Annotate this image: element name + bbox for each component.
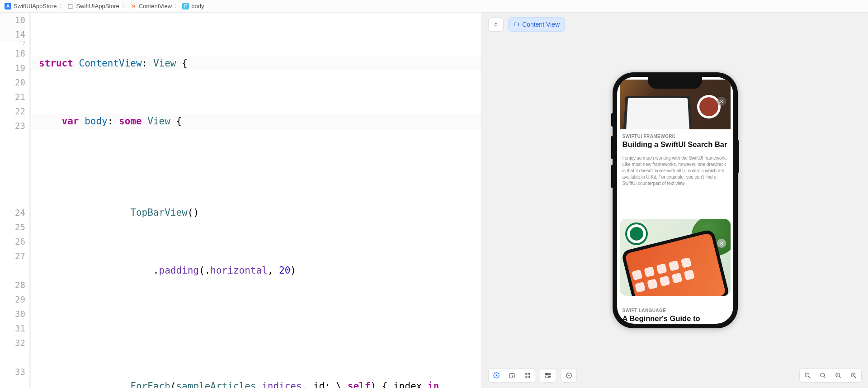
line-number: 25 bbox=[0, 220, 25, 234]
svg-point-14 bbox=[821, 373, 825, 377]
breadcrumb-label: SwiftUIAppStore bbox=[14, 3, 57, 9]
zoom-out-icon bbox=[804, 372, 811, 379]
line-number: 23 bbox=[0, 118, 25, 205]
line-number: 17 bbox=[0, 42, 25, 46]
code-line[interactable]: .padding(.horizontal, 20) bbox=[33, 263, 481, 278]
device-settings-group bbox=[540, 368, 556, 383]
article-body: I enjoy so much working with the SwiftUI… bbox=[623, 155, 728, 187]
article-category: SWIFTUI FRAMEWORK bbox=[623, 134, 728, 139]
preview-canvas: Content View ✕ SWIFTUI FRAMEWORK bbox=[481, 13, 868, 388]
line-number: 19 bbox=[0, 61, 25, 75]
device-frame: ✕ SWIFTUI FRAMEWORK Building a SwiftUI S… bbox=[613, 72, 738, 328]
breadcrumb: A SwiftUIAppStore 〉 SwiftUIAppStore 〉 Co… bbox=[0, 0, 868, 13]
close-icon[interactable]: ✕ bbox=[717, 97, 726, 106]
zoom-out-button[interactable] bbox=[800, 368, 815, 383]
article-category: SWIFT LANGUAGE bbox=[623, 308, 728, 313]
rectangle-stack-icon bbox=[513, 21, 519, 28]
code-line[interactable] bbox=[33, 321, 481, 336]
variants-preview-button[interactable] bbox=[519, 368, 535, 383]
svg-point-10 bbox=[548, 376, 550, 377]
article-image: ✕ bbox=[620, 219, 731, 296]
article-card[interactable]: ✕ SWIFT LANGUAGE A Beginner's Guide to bbox=[620, 219, 731, 296]
preview-mode-group bbox=[488, 368, 535, 383]
property-icon: P bbox=[182, 3, 189, 9]
svg-rect-5 bbox=[525, 376, 527, 378]
breadcrumb-item-folder[interactable]: SwiftUIAppStore bbox=[67, 3, 119, 9]
article-headline: A Beginner's Guide to bbox=[623, 314, 728, 323]
line-number: 14 bbox=[0, 27, 25, 42]
canvas-toolbar-bottom bbox=[482, 364, 868, 388]
line-number: 29 bbox=[0, 292, 25, 307]
folder-icon bbox=[67, 3, 74, 9]
svg-rect-0 bbox=[514, 23, 518, 26]
grid-icon bbox=[524, 372, 531, 379]
code-line[interactable]: var body: some View { bbox=[33, 114, 481, 128]
line-number: 21 bbox=[0, 90, 25, 104]
line-number: 32 bbox=[0, 336, 25, 364]
line-number: 33 bbox=[0, 364, 25, 379]
line-number: 27 bbox=[0, 249, 25, 278]
pin-button[interactable] bbox=[488, 17, 504, 32]
line-number: 10 bbox=[0, 13, 25, 27]
line-number: 22 bbox=[0, 104, 25, 118]
device-settings-button[interactable] bbox=[540, 368, 556, 383]
line-number: 30 bbox=[0, 307, 25, 321]
line-number: 24 bbox=[0, 205, 25, 220]
code-line[interactable]: ForEach(sampleArticles.indices, id: \.se… bbox=[33, 379, 481, 388]
preview-chip-label: Content View bbox=[522, 21, 560, 28]
zoom-in-button[interactable] bbox=[846, 368, 861, 383]
canvas-toolbar-top: Content View bbox=[482, 13, 868, 36]
code-area[interactable]: struct ContentView: View { var body: som… bbox=[33, 13, 481, 388]
line-number: 31 bbox=[0, 321, 25, 336]
breadcrumb-label: SwiftUIAppStore bbox=[76, 3, 119, 9]
code-editor[interactable]: 10 14 17 18 19 20 21 22 23 24 25 26 27 2… bbox=[0, 13, 481, 388]
preview-options-group bbox=[561, 368, 577, 383]
zoom-fit-icon bbox=[820, 372, 826, 379]
zoom-100-icon bbox=[835, 372, 842, 379]
zoom-group bbox=[799, 368, 862, 383]
zoom-actual-button[interactable] bbox=[830, 368, 846, 383]
chevron-right-icon: 〉 bbox=[59, 3, 64, 9]
svg-point-9 bbox=[546, 374, 547, 375]
preview-chip[interactable]: Content View bbox=[508, 17, 565, 32]
zoom-in-icon bbox=[850, 372, 857, 379]
app-icon: A bbox=[5, 3, 11, 9]
device-notch bbox=[648, 77, 702, 89]
canvas-body[interactable]: ✕ SWIFTUI FRAMEWORK Building a SwiftUI S… bbox=[482, 36, 868, 364]
line-number: 28 bbox=[0, 278, 25, 292]
breadcrumb-label: ContentView bbox=[139, 3, 172, 9]
line-gutter: 10 14 17 18 19 20 21 22 23 24 25 26 27 2… bbox=[0, 13, 31, 388]
zoom-fit-button[interactable] bbox=[815, 368, 830, 383]
sliders-icon bbox=[544, 372, 552, 379]
breadcrumb-item-file[interactable]: ContentView bbox=[130, 3, 172, 9]
cursor-rect-icon bbox=[509, 372, 515, 379]
svg-rect-4 bbox=[528, 373, 530, 375]
line-number: 18 bbox=[0, 46, 25, 61]
play-circle-icon bbox=[493, 372, 500, 379]
close-icon[interactable]: ✕ bbox=[717, 239, 726, 248]
code-line[interactable]: TopBarView() bbox=[33, 205, 481, 220]
code-line[interactable]: struct ContentView: View { bbox=[33, 56, 481, 71]
breadcrumb-item-project[interactable]: A SwiftUIAppStore bbox=[5, 3, 57, 9]
line-number: 20 bbox=[0, 75, 25, 90]
selectable-preview-button[interactable] bbox=[504, 368, 519, 383]
svg-rect-6 bbox=[528, 376, 530, 378]
live-preview-button[interactable] bbox=[489, 368, 504, 383]
article-card[interactable]: ✕ SWIFTUI FRAMEWORK Building a SwiftUI S… bbox=[620, 80, 731, 187]
code-line[interactable] bbox=[33, 157, 481, 162]
device-screen[interactable]: ✕ SWIFTUI FRAMEWORK Building a SwiftUI S… bbox=[617, 77, 733, 324]
article-headline: Building a SwiftUI Search Bar bbox=[623, 140, 728, 149]
preview-options-button[interactable] bbox=[561, 368, 576, 383]
chevron-right-icon: 〉 bbox=[175, 3, 179, 9]
pin-icon bbox=[493, 21, 499, 28]
svg-rect-3 bbox=[525, 373, 527, 375]
svg-point-12 bbox=[568, 375, 570, 376]
swift-icon bbox=[130, 3, 137, 9]
circle-grid-icon bbox=[566, 372, 572, 379]
chevron-right-icon: 〉 bbox=[122, 3, 127, 9]
breadcrumb-item-symbol[interactable]: P body bbox=[182, 3, 204, 9]
line-number: 26 bbox=[0, 234, 25, 249]
breadcrumb-label: body bbox=[191, 3, 204, 9]
